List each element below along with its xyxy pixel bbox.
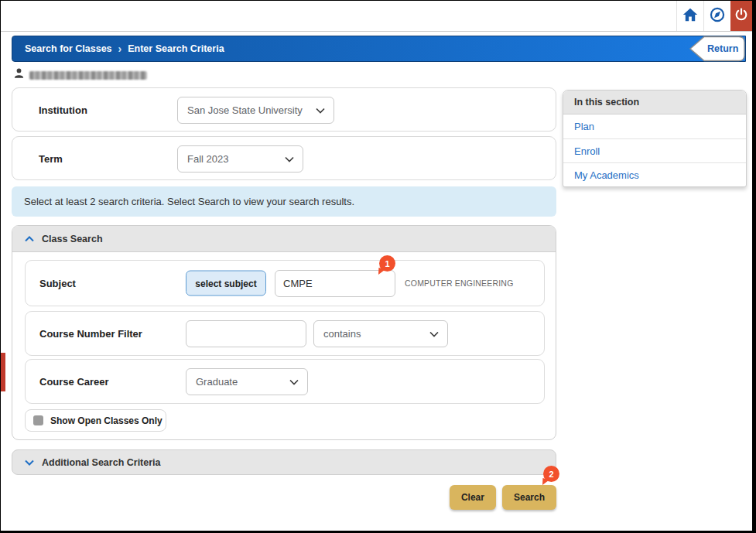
show-open-classes-toggle[interactable]: Show Open Classes Only <box>25 409 166 432</box>
sign-out-power-icon <box>734 7 749 26</box>
course-career-label: Course Career <box>39 376 109 388</box>
chevron-down-icon <box>285 156 294 162</box>
chevron-down-icon <box>316 108 325 114</box>
search-button[interactable]: Search <box>502 485 556 510</box>
subject-input[interactable] <box>275 270 395 297</box>
term-label: Term <box>39 152 63 164</box>
user-name-redacted <box>29 71 147 80</box>
institution-label: Institution <box>39 104 87 115</box>
additional-search-criteria-header[interactable]: Additional Search Criteria <box>12 449 556 475</box>
left-edge-red-marker <box>1 353 5 391</box>
breadcrumb-bar: Search for Classes › Enter Search Criter… <box>12 36 746 62</box>
course-career-select[interactable]: Graduate <box>186 368 308 395</box>
form-actions: Clear Search <box>12 485 556 510</box>
top-toolbar <box>1 1 752 32</box>
breadcrumb-separator: › <box>118 43 122 55</box>
navbar-compass-icon <box>709 6 726 26</box>
annotation-badge-1: 1 <box>379 255 395 272</box>
institution-value: San Jose State University <box>187 104 303 116</box>
sidebar-link-my-academics[interactable]: My Academics <box>563 162 746 186</box>
class-search-header[interactable]: Class Search <box>12 226 556 252</box>
chevron-down-icon <box>289 379 299 385</box>
navbar-button[interactable] <box>703 1 730 31</box>
in-this-section-panel: In this section Plan Enroll My Academics <box>563 90 747 187</box>
annotation-badge-2: 2 <box>543 466 559 482</box>
subject-label: Subject <box>39 278 76 289</box>
sign-out-button[interactable] <box>730 1 752 31</box>
checkbox-unchecked-icon[interactable] <box>33 415 43 425</box>
subject-row: Subject select subject COMPUTER ENGINEER… <box>25 260 545 306</box>
chevron-down-icon <box>429 331 439 337</box>
term-row: Term Fall 2023 <box>12 136 556 180</box>
course-career-row: Course Career Graduate <box>25 359 545 404</box>
course-career-value: Graduate <box>196 376 238 388</box>
show-open-classes-label: Show Open Classes Only <box>50 415 162 426</box>
breadcrumb-search-for-classes[interactable]: Search for Classes <box>25 43 112 54</box>
chevron-down-icon <box>25 460 34 466</box>
institution-row: Institution San Jose State University <box>12 87 556 132</box>
clear-button[interactable]: Clear <box>450 485 496 510</box>
additional-search-criteria-title: Additional Search Criteria <box>42 457 161 468</box>
return-button-label: Return <box>707 36 738 62</box>
class-search-section: Class Search Subject select subject COMP… <box>12 225 556 440</box>
term-value: Fall 2023 <box>187 153 228 165</box>
course-number-operator-value: contains <box>323 328 361 340</box>
course-number-row: Course Number Filter contains <box>25 311 545 356</box>
subject-description: COMPUTER ENGINEERING <box>405 278 514 288</box>
breadcrumb-enter-search-criteria: Enter Search Criteria <box>128 43 224 54</box>
in-this-section-title: In this section <box>563 91 746 114</box>
sidebar-link-plan[interactable]: Plan <box>563 114 746 138</box>
institution-select[interactable]: San Jose State University <box>177 97 334 124</box>
search-criteria-notice: Select at least 2 search criteria. Selec… <box>12 186 556 217</box>
course-number-label: Course Number Filter <box>39 328 142 340</box>
user-identity <box>13 67 147 83</box>
course-number-input[interactable] <box>186 320 306 347</box>
person-icon <box>13 67 25 83</box>
class-search-title: Class Search <box>42 234 103 244</box>
sidebar-link-enroll[interactable]: Enroll <box>563 138 746 162</box>
home-button[interactable] <box>676 1 703 31</box>
chevron-up-icon <box>25 236 34 242</box>
course-number-operator-select[interactable]: contains <box>313 320 448 347</box>
select-subject-button[interactable]: select subject <box>186 271 266 296</box>
home-icon <box>682 6 699 26</box>
return-button[interactable]: Return <box>689 36 746 62</box>
term-select[interactable]: Fall 2023 <box>177 145 303 173</box>
search-for-classes-page: Search for Classes › Enter Search Criter… <box>0 0 756 533</box>
